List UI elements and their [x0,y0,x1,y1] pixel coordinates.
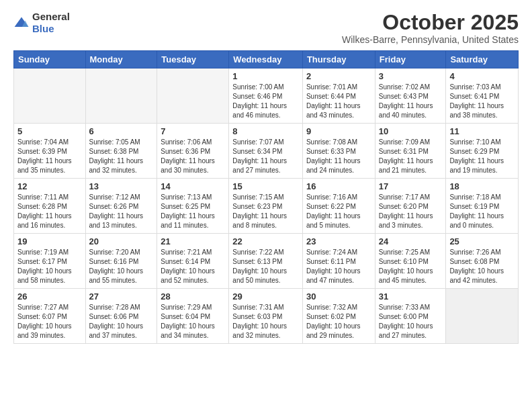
calendar-day-cell: 26Sunrise: 7:27 AMSunset: 6:07 PMDayligh… [14,289,86,344]
day-number: 10 [379,126,443,136]
day-info: Sunrise: 7:25 AMSunset: 6:10 PMDaylight:… [379,248,443,285]
day-info: Sunrise: 7:32 AMSunset: 6:02 PMDaylight:… [306,303,371,340]
calendar-day-cell: 29Sunrise: 7:31 AMSunset: 6:03 PMDayligh… [229,289,303,344]
weekday-header-sunday: Sunday [14,51,86,68]
day-info: Sunrise: 7:24 AMSunset: 6:11 PMDaylight:… [306,248,371,285]
weekday-header-monday: Monday [85,51,157,68]
calendar-day-cell: 11Sunrise: 7:10 AMSunset: 6:29 PMDayligh… [446,124,519,179]
calendar-day-cell: 25Sunrise: 7:26 AMSunset: 6:08 PMDayligh… [446,234,519,289]
calendar-week-row: 12Sunrise: 7:11 AMSunset: 6:28 PMDayligh… [14,179,519,234]
weekday-header-friday: Friday [375,51,446,68]
calendar-day-cell: 4Sunrise: 7:03 AMSunset: 6:41 PMDaylight… [446,68,519,124]
weekday-header-wednesday: Wednesday [229,51,303,68]
calendar-day-cell: 19Sunrise: 7:19 AMSunset: 6:17 PMDayligh… [14,234,86,289]
calendar-day-cell: 16Sunrise: 7:16 AMSunset: 6:22 PMDayligh… [302,179,375,234]
logo-text: General Blue [32,11,70,35]
calendar-day-cell: 17Sunrise: 7:17 AMSunset: 6:20 PMDayligh… [375,179,446,234]
day-info: Sunrise: 7:28 AMSunset: 6:06 PMDaylight:… [89,303,154,340]
day-info: Sunrise: 7:11 AMSunset: 6:28 PMDaylight:… [17,193,82,230]
day-info: Sunrise: 7:20 AMSunset: 6:16 PMDaylight:… [89,248,154,285]
day-number: 26 [17,291,82,302]
calendar-day-cell: 7Sunrise: 7:06 AMSunset: 6:36 PMDaylight… [157,124,229,179]
day-info: Sunrise: 7:04 AMSunset: 6:39 PMDaylight:… [17,138,82,175]
day-number: 5 [17,126,82,136]
day-info: Sunrise: 7:21 AMSunset: 6:14 PMDaylight:… [161,248,225,285]
day-info: Sunrise: 7:27 AMSunset: 6:07 PMDaylight:… [17,303,82,340]
title-section: October 2025 Wilkes-Barre, Pennsylvania,… [342,11,519,45]
day-info: Sunrise: 7:07 AMSunset: 6:34 PMDaylight:… [232,138,299,175]
calendar-week-row: 1Sunrise: 7:00 AMSunset: 6:46 PMDaylight… [14,68,519,124]
calendar-day-cell: 10Sunrise: 7:09 AMSunset: 6:31 PMDayligh… [375,124,446,179]
calendar-day-cell: 5Sunrise: 7:04 AMSunset: 6:39 PMDaylight… [14,124,86,179]
calendar-day-cell: 6Sunrise: 7:05 AMSunset: 6:38 PMDaylight… [85,124,157,179]
day-info: Sunrise: 7:12 AMSunset: 6:26 PMDaylight:… [89,193,154,230]
day-number: 3 [379,71,443,81]
day-number: 30 [306,291,371,302]
calendar-day-cell: 21Sunrise: 7:21 AMSunset: 6:14 PMDayligh… [157,234,229,289]
day-number: 1 [232,71,299,81]
calendar-day-cell [446,289,519,344]
weekday-header-tuesday: Tuesday [157,51,229,68]
day-info: Sunrise: 7:06 AMSunset: 6:36 PMDaylight:… [161,138,225,175]
day-info: Sunrise: 7:15 AMSunset: 6:23 PMDaylight:… [232,193,299,230]
calendar-day-cell: 13Sunrise: 7:12 AMSunset: 6:26 PMDayligh… [85,179,157,234]
day-number: 21 [161,236,225,246]
day-info: Sunrise: 7:17 AMSunset: 6:20 PMDaylight:… [379,193,443,230]
day-number: 6 [89,126,154,136]
calendar-day-cell: 28Sunrise: 7:29 AMSunset: 6:04 PMDayligh… [157,289,229,344]
calendar-week-row: 19Sunrise: 7:19 AMSunset: 6:17 PMDayligh… [14,234,519,289]
day-info: Sunrise: 7:08 AMSunset: 6:33 PMDaylight:… [306,138,371,175]
day-number: 11 [449,126,515,136]
calendar-week-row: 26Sunrise: 7:27 AMSunset: 6:07 PMDayligh… [14,289,519,344]
day-number: 22 [232,236,299,246]
calendar-table: SundayMondayTuesdayWednesdayThursdayFrid… [13,50,519,344]
day-info: Sunrise: 7:18 AMSunset: 6:19 PMDaylight:… [449,193,515,230]
day-number: 27 [89,291,154,302]
calendar-day-cell: 18Sunrise: 7:18 AMSunset: 6:19 PMDayligh… [446,179,519,234]
day-info: Sunrise: 7:33 AMSunset: 6:00 PMDaylight:… [379,303,443,340]
calendar-day-cell: 22Sunrise: 7:22 AMSunset: 6:13 PMDayligh… [229,234,303,289]
calendar-day-cell: 15Sunrise: 7:15 AMSunset: 6:23 PMDayligh… [229,179,303,234]
day-number: 29 [232,291,299,302]
day-number: 18 [449,181,515,191]
calendar-week-row: 5Sunrise: 7:04 AMSunset: 6:39 PMDaylight… [14,124,519,179]
day-info: Sunrise: 7:10 AMSunset: 6:29 PMDaylight:… [449,138,515,175]
day-number: 7 [161,126,225,136]
calendar-day-cell: 27Sunrise: 7:28 AMSunset: 6:06 PMDayligh… [85,289,157,344]
logo-icon [13,16,30,30]
day-info: Sunrise: 7:16 AMSunset: 6:22 PMDaylight:… [306,193,371,230]
calendar-day-cell: 30Sunrise: 7:32 AMSunset: 6:02 PMDayligh… [302,289,375,344]
day-number: 15 [232,181,299,191]
calendar-day-cell: 1Sunrise: 7:00 AMSunset: 6:46 PMDaylight… [229,68,303,124]
logo-blue: Blue [32,23,54,34]
day-number: 12 [17,181,82,191]
weekday-header-row: SundayMondayTuesdayWednesdayThursdayFrid… [14,51,519,68]
calendar-day-cell: 2Sunrise: 7:01 AMSunset: 6:44 PMDaylight… [302,68,375,124]
calendar-day-cell: 9Sunrise: 7:08 AMSunset: 6:33 PMDaylight… [302,124,375,179]
calendar-day-cell: 12Sunrise: 7:11 AMSunset: 6:28 PMDayligh… [14,179,86,234]
day-number: 20 [89,236,154,246]
day-info: Sunrise: 7:26 AMSunset: 6:08 PMDaylight:… [449,248,515,285]
calendar-day-cell [14,68,86,124]
day-number: 13 [89,181,154,191]
logo: General Blue [13,11,70,35]
day-info: Sunrise: 7:31 AMSunset: 6:03 PMDaylight:… [232,303,299,340]
day-info: Sunrise: 7:00 AMSunset: 6:46 PMDaylight:… [232,83,299,120]
day-info: Sunrise: 7:19 AMSunset: 6:17 PMDaylight:… [17,248,82,285]
calendar-day-cell: 14Sunrise: 7:13 AMSunset: 6:25 PMDayligh… [157,179,229,234]
day-number: 24 [379,236,443,246]
day-number: 8 [232,126,299,136]
day-info: Sunrise: 7:09 AMSunset: 6:31 PMDaylight:… [379,138,443,175]
weekday-header-thursday: Thursday [302,51,375,68]
calendar-day-cell: 23Sunrise: 7:24 AMSunset: 6:11 PMDayligh… [302,234,375,289]
logo-general: General [32,11,70,22]
calendar-day-cell: 24Sunrise: 7:25 AMSunset: 6:10 PMDayligh… [375,234,446,289]
day-number: 19 [17,236,82,246]
location: Wilkes-Barre, Pennsylvania, United State… [342,34,519,45]
day-info: Sunrise: 7:01 AMSunset: 6:44 PMDaylight:… [306,83,371,120]
day-number: 17 [379,181,443,191]
day-info: Sunrise: 7:05 AMSunset: 6:38 PMDaylight:… [89,138,154,175]
day-info: Sunrise: 7:13 AMSunset: 6:25 PMDaylight:… [161,193,225,230]
day-number: 4 [449,71,515,81]
page-container: General Blue October 2025 Wilkes-Barre, … [0,0,532,411]
